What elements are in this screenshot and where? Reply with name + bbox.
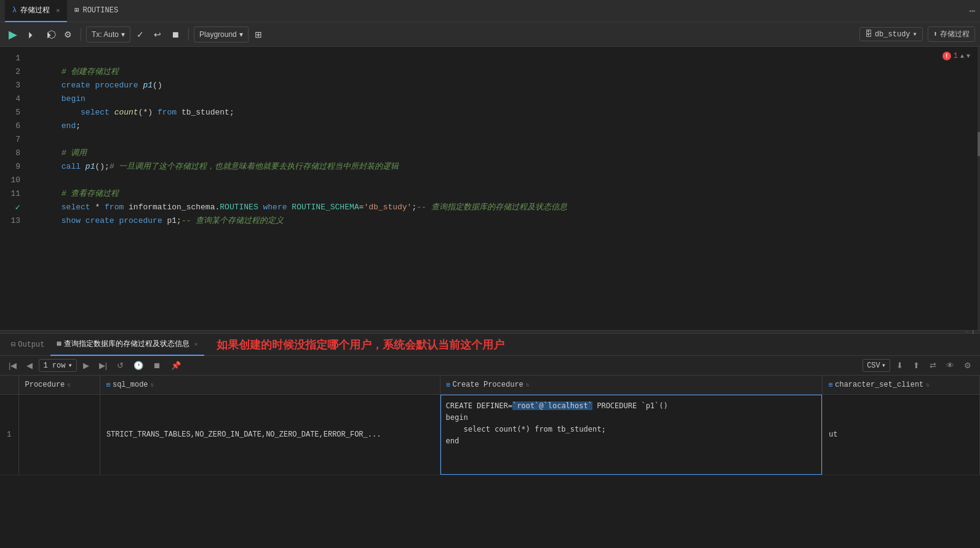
proc-selector[interactable]: ⬆ 存储过程 — [928, 26, 975, 42]
th-sql-mode-label: sql_mode — [113, 381, 148, 389]
db-icon: 🗄 — [865, 30, 872, 39]
ln-9: 9 — [0, 160, 20, 174]
th-procedure[interactable]: Procedure ⇅ — [18, 376, 100, 394]
download-button[interactable]: ⬇ — [893, 358, 907, 373]
output-tab-bar: ⊟ Output ⊞ 查询指定数据库的存储过程及状态信息 ✕ 如果创建的时候没指… — [0, 334, 980, 356]
toolbar-right: 🗄 db_study ▾ ⬆ 存储过程 — [859, 26, 975, 42]
time-button[interactable]: 🕐 — [130, 358, 147, 373]
proc-icon: ⬆ — [933, 30, 938, 39]
refresh-results-button[interactable]: ↺ — [113, 358, 127, 373]
refresh-button[interactable]: ↩ — [150, 26, 165, 43]
th-create-procedure-label: Create Procedure — [453, 381, 524, 389]
tab-proc-close[interactable]: ✕ — [56, 7, 60, 14]
td-row-num: 1 — [0, 394, 18, 475]
output-toolbar-right: CSV ▾ ⬇ ⬆ ⇄ 👁 ⚙ — [862, 358, 975, 373]
run-button[interactable]: ▶ — [5, 26, 21, 43]
rows-label: 1 row — [43, 361, 65, 370]
upload-button[interactable]: ⬆ — [909, 358, 923, 373]
ln-12: ✓ — [0, 201, 20, 214]
th-row-num — [0, 376, 18, 394]
tab-routines-label: ROUTINES — [82, 6, 118, 15]
error-chevron-up: ▲ — [960, 53, 964, 60]
th-charset[interactable]: ⊞ character_set_client ⇅ — [823, 376, 980, 394]
output-tab-query[interactable]: ⊞ 查询指定数据库的存储过程及状态信息 ✕ — [50, 334, 204, 356]
scroll-bar — [978, 47, 980, 330]
code-line-7: # 调用 — [28, 133, 980, 147]
td-sql-mode: STRICT_TRANS_TABLES,NO_ZERO_IN_DATE,NO_Z… — [100, 394, 440, 475]
chevron-down-icon-3: ▾ — [913, 30, 917, 39]
ln-2: 2 — [0, 65, 20, 79]
settings-button[interactable]: ⚙ — [60, 26, 76, 43]
error-dot: ! — [942, 52, 951, 60]
run-explain-button[interactable]: ⏵⃝ — [42, 26, 58, 43]
error-count: 1 — [954, 52, 958, 60]
output-tab-output-label: Output — [18, 340, 44, 349]
results-table-container[interactable]: Procedure ⇅ ⊞ sql_mode ⇅ ⊞ — [0, 376, 980, 548]
code-line-6 — [28, 119, 980, 133]
tab-more-button[interactable]: ⋯ — [969, 5, 975, 17]
ln-13: 13 — [0, 214, 20, 228]
stop-results-button[interactable]: ⏹ — [149, 358, 165, 373]
stop-button[interactable]: ⏹ — [167, 26, 183, 43]
toolbar: ▶ ⏵ ⏵⃝ ⚙ Tx: Auto ▾ ✓ ↩ ⏹ Playground ▾ ⊞… — [0, 22, 980, 47]
error-indicator: ! 1 ▲ ▼ — [942, 52, 970, 60]
rows-selector[interactable]: 1 row ▾ — [39, 359, 76, 372]
code-editor[interactable]: # 创建存储过程 create procedure p1() begin sel… — [28, 47, 980, 330]
db-label: db_study — [875, 30, 910, 39]
transpose-button[interactable]: ⇄ — [926, 358, 940, 373]
code-line-8: call p1();# 一旦调用了这个存储过程，也就意味着他就要去执行存储过程当… — [28, 147, 980, 160]
chevron-down-icon-2: ▾ — [239, 30, 243, 39]
ln-11: 11 — [0, 187, 20, 201]
sort-icon-create: ⇅ — [526, 381, 530, 389]
tab-routines[interactable]: ⊞ ROUTINES — [67, 0, 125, 22]
td-charset: ut — [823, 394, 980, 475]
db-selector[interactable]: 🗄 db_study ▾ — [859, 27, 923, 41]
table-row[interactable]: 1 STRICT_TRANS_TABLES,NO_ZERO_IN_DATE,NO… — [0, 394, 980, 475]
last-page-button[interactable]: ▶| — [95, 358, 111, 373]
proc-label: 存储过程 — [940, 29, 970, 39]
output-tab-output[interactable]: ⊟ Output — [5, 334, 50, 356]
first-page-button[interactable]: |◀ — [5, 358, 20, 373]
ln-4: 4 — [0, 92, 20, 106]
output-panel: ⊟ Output ⊞ 查询指定数据库的存储过程及状态信息 ✕ 如果创建的时候没指… — [0, 334, 980, 548]
ln-10: 10 — [0, 174, 20, 187]
output-icon: ⊟ — [11, 340, 15, 349]
table-icon-sql: ⊞ — [106, 381, 110, 389]
query-table-icon: ⊞ — [57, 339, 61, 349]
tx-label: Tx: Auto — [92, 30, 119, 39]
table-header-row: Procedure ⇅ ⊞ sql_mode ⇅ ⊞ — [0, 376, 980, 394]
divider-1 — [81, 28, 81, 41]
tab-proc[interactable]: λ 存储过程 ✕ — [5, 0, 67, 22]
check-button[interactable]: ✓ — [133, 26, 148, 43]
annotation-text: 如果创建的时候没指定哪个用户，系统会默认当前这个用户 — [217, 337, 504, 352]
table-icon: ⊞ — [74, 6, 79, 15]
run-current-button[interactable]: ⏵ — [23, 26, 39, 43]
th-charset-label: character_set_client — [835, 381, 923, 389]
csv-dropdown[interactable]: CSV ▾ — [862, 359, 890, 372]
next-page-button[interactable]: ▶ — [79, 358, 93, 373]
code-line-11: select * from information_schema.ROUTINE… — [28, 187, 980, 201]
pin-button[interactable]: 📌 — [167, 358, 185, 373]
tx-dropdown[interactable]: Tx: Auto ▾ — [86, 26, 130, 42]
ln-8: 8 — [0, 147, 20, 160]
settings-output-button[interactable]: ⚙ — [960, 358, 975, 373]
chevron-down-icon-csv: ▾ — [882, 361, 886, 370]
code-line-2: create procedure p1() — [28, 65, 980, 79]
th-sql-mode[interactable]: ⊞ sql_mode ⇅ — [100, 376, 440, 394]
prev-page-button[interactable]: ◀ — [23, 358, 36, 373]
view-button[interactable]: 👁 — [942, 358, 958, 373]
th-create-procedure[interactable]: ⊞ Create Procedure ⇅ — [440, 376, 823, 394]
lambda-icon: λ — [12, 6, 17, 15]
error-chevron-down: ▼ — [966, 53, 970, 60]
results-table: Procedure ⇅ ⊞ sql_mode ⇅ ⊞ — [0, 376, 980, 475]
output-toolbar: |◀ ◀ 1 row ▾ ▶ ▶| ↺ 🕐 ⏹ 📌 CSV ▾ ⬇ ⬆ ⇄ 👁 … — [0, 356, 980, 376]
code-line-4: select count(*) from tb_student; — [28, 92, 980, 106]
output-tab-query-close[interactable]: ✕ — [194, 340, 198, 348]
sort-icon-procedure: ⇅ — [67, 381, 71, 389]
ln-5: 5 — [0, 106, 20, 119]
tab-bar: λ 存储过程 ✕ ⊞ ROUTINES ⋯ — [0, 0, 980, 22]
playground-dropdown[interactable]: Playground ▾ — [194, 26, 249, 42]
grid-button[interactable]: ⊞ — [251, 26, 266, 43]
chevron-down-icon: ▾ — [121, 30, 125, 39]
td-create-procedure[interactable]: CREATE DEFINER=`root`@`localhost` PROCED… — [440, 394, 823, 475]
